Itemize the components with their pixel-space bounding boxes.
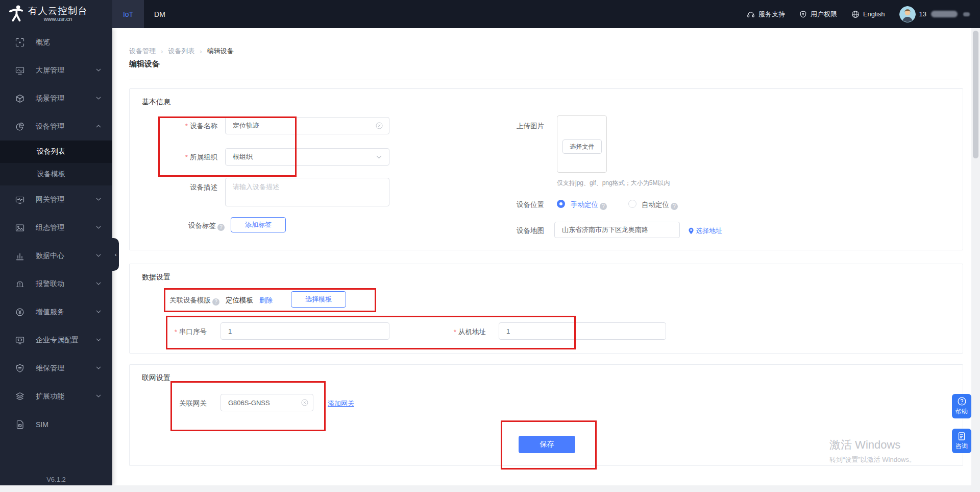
help-icon[interactable] [671,203,678,210]
gateway-label: 关联网关 [130,399,207,408]
clear-input-icon[interactable] [301,399,308,406]
sidebar-item-value-added[interactable]: 增值服务 [0,298,112,326]
sidebar-item-extensions[interactable]: 扩展功能 [0,382,112,410]
alarm-icon [15,279,24,289]
top-header: 有人云控制台 www.usr.cn IoT DM 服务支持 用户权限 [0,0,980,28]
enterprise-code-icon [15,336,24,345]
gateway-monitor-icon [15,195,24,204]
logo-title: 有人云控制台 [28,6,88,16]
slave-address-input[interactable] [499,322,666,340]
collapse-chevron-icon: ‹ [115,251,117,257]
device-map-label: 设备地图 [442,226,544,236]
chevron-down-icon[interactable] [376,155,382,159]
sidebar-item-device-management[interactable]: 设备管理 [0,112,112,140]
service-support-link[interactable]: 服务支持 [747,10,785,19]
tab-dm[interactable]: DM [144,0,176,28]
user-permissions-link[interactable]: 用户权限 [799,10,837,19]
serial-port-label: 串口序号 [130,327,207,337]
device-location-label: 设备位置 [442,200,544,209]
consult-float-button[interactable]: 咨询 [952,429,971,453]
help-icon[interactable] [217,224,225,231]
title-divider [129,80,960,80]
template-value: 定位模板 [226,296,253,305]
auto-location-option[interactable]: 自动定位 [642,200,678,210]
help-icon[interactable] [600,203,607,210]
device-management-submenu: 设备列表 设备模板 [0,140,112,185]
breadcrumb-separator: › [161,48,163,55]
sidebar-collapse-handle[interactable]: ‹ [112,238,119,271]
sidebar-item-sim[interactable]: SIM [0,410,112,438]
phone-number-masked [931,11,958,17]
chevron-down-icon [96,198,101,201]
horizontal-scrollbar[interactable] [0,485,980,492]
document-icon [957,432,966,441]
chevron-down-icon [96,68,101,72]
add-tag-button[interactable]: 添加标签 [231,217,286,232]
shield-icon [799,10,807,18]
manual-location-option[interactable]: 手动定位 [571,200,607,210]
overview-icon [15,38,24,47]
sidebar-item-configuration[interactable]: 组态管理 [0,214,112,242]
radio-manual-location[interactable] [557,200,565,208]
sidebar-item-enterprise-config[interactable]: 企业专属配置 [0,326,112,354]
gateway-input[interactable] [220,394,313,411]
sidebar-item-gateway[interactable]: 网关管理 [0,185,112,214]
app-logo[interactable]: 有人云控制台 www.usr.cn [0,0,112,28]
usr-cloud-console: 有人云控制台 www.usr.cn IoT DM 服务支持 用户权限 [0,0,980,492]
add-gateway-link[interactable]: 添加网关 [328,399,354,408]
serial-port-input[interactable] [220,322,389,340]
chevron-down-icon [96,394,101,397]
sidebar-item-data-center[interactable]: 数据中心 [0,242,112,270]
configuration-image-icon [15,223,24,232]
sidebar-subitem-device-template[interactable]: 设备模板 [0,163,112,185]
device-description-textarea[interactable] [225,178,389,206]
section-title-basic: 基本信息 [142,98,170,107]
sidebar-item-overview[interactable]: 概览 [0,28,112,56]
chevron-down-icon [96,338,101,341]
main-content: 设备管理 › 设备列表 › 编辑设备 编辑设备 基本信息 设备名称 所属组织 设… [112,28,971,485]
device-name-label: 设备名称 [130,122,217,131]
avatar [899,6,916,22]
help-icon[interactable] [212,298,219,306]
chevron-down-icon [96,226,101,229]
scene-cube-icon [15,94,24,103]
radio-auto-location[interactable] [628,200,636,208]
sidebar-item-scene[interactable]: 场景管理 [0,84,112,112]
upload-image-label: 上传图片 [442,122,544,131]
data-settings-card: 数据设置 关联设备模版 定位模板 删除 选择模板 串口序号 从机地址 [129,264,963,354]
windows-activation-watermark: 激活 Windows 转到“设置”以激活 Windows。 [829,437,916,464]
save-button[interactable]: 保存 [519,436,575,453]
select-template-button[interactable]: 选择模板 [291,291,346,308]
sidebar-subitem-device-list[interactable]: 设备列表 [0,140,112,163]
globe-icon [851,10,860,18]
choose-file-button[interactable]: 选择文件 [562,139,602,154]
slave-address-label: 从机地址 [415,327,486,337]
user-account[interactable]: 13 [899,6,970,22]
tab-iot[interactable]: IoT [112,0,144,28]
vertical-scrollbar-thumb[interactable] [973,31,978,158]
big-screen-icon [15,66,24,75]
headset-icon [747,10,755,18]
sidebar-item-maintenance[interactable]: 维保管理 [0,354,112,382]
sidebar-item-alarm-linkage[interactable]: 报警联动 [0,270,112,298]
template-label: 关联设备模版 [169,296,219,306]
delete-template-link[interactable]: 删除 [259,296,273,305]
chevron-down-icon [96,97,101,100]
organization-select[interactable] [225,148,389,166]
choose-address-link[interactable]: 选择地址 [688,226,722,236]
breadcrumb-device-list[interactable]: 设备列表 [168,46,194,56]
vertical-scrollbar[interactable] [971,28,980,485]
layers-icon [15,392,24,401]
sidebar-nav: 概览 大屏管理 场景管理 设备管理 设备列表 设备模板 网关管理 组态 [0,28,112,485]
breadcrumb-device-management[interactable]: 设备管理 [129,46,156,56]
help-float-button[interactable]: 帮助 [952,394,971,418]
page-title: 编辑设备 [129,59,160,69]
clear-input-icon[interactable] [376,122,383,129]
upload-dropzone[interactable]: 选择文件 [557,115,607,173]
language-switch[interactable]: English [851,10,885,18]
device-map-input[interactable] [554,222,680,238]
usr-logo-person-icon [8,5,23,24]
upload-format-note: 仅支持jpg、gif、png格式；大小为5M以内 [557,179,670,188]
sidebar-item-big-screen[interactable]: 大屏管理 [0,56,112,84]
device-name-input[interactable] [225,117,389,134]
